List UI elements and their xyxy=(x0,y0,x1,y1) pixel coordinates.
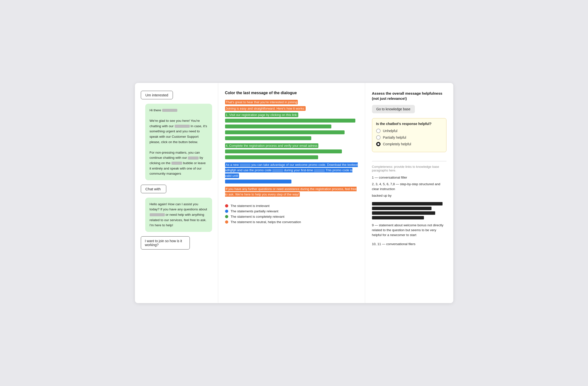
redacted-blue-2 xyxy=(272,169,283,172)
redacted-service xyxy=(150,213,165,216)
block-salmon-1[interactable]: If you have any further questions or nee… xyxy=(225,186,358,197)
helpfulness-question: Is the chatbot's response helpful? xyxy=(376,122,442,126)
redacted-blue-1 xyxy=(240,164,251,167)
block-green-bar-1[interactable] xyxy=(225,119,358,124)
radio-partial[interactable]: Partially helpful xyxy=(376,135,442,140)
user-message-text: I want to join so how is it working? xyxy=(145,239,182,247)
kb-note-1: 1 — conversational filler xyxy=(372,175,446,180)
legend-item-red: The statement is irrelevant xyxy=(225,204,358,208)
bar-3 xyxy=(372,211,435,215)
bar-1 xyxy=(372,202,443,206)
radio-circle-partial[interactable] xyxy=(376,135,380,140)
block-blue-1[interactable]: As a new you can take advantage of our w… xyxy=(225,162,358,178)
kb-note-2: 2, 3, 4, 5, 6, 7,8 — step-by-step struct… xyxy=(372,182,446,192)
blue-bar[interactable] xyxy=(225,179,292,183)
divider-1 xyxy=(372,161,446,161)
radio-completely[interactable]: Completely helpful xyxy=(376,142,442,146)
second-bubble-line1: Hello again! How can I assist you today?… xyxy=(150,202,207,227)
block-green-step4[interactable]: 4. Complete the registration process and… xyxy=(225,143,358,149)
block-green-bar-3[interactable] xyxy=(225,130,358,135)
legend-item-green: The statement is completely relevant xyxy=(225,215,358,218)
highlight-text-2[interactable]: Joining is easy and straightforward. Her… xyxy=(225,106,306,111)
user-message-box: I want to join so how is it working? xyxy=(141,236,190,250)
bubble-line2: We're glad to see you here! You're chatt… xyxy=(150,119,207,144)
kb-note-5: 10, 11 — conversational filers xyxy=(372,242,446,247)
dot-green xyxy=(225,215,228,218)
bar-2 xyxy=(372,207,432,210)
green-bar-5[interactable] xyxy=(225,150,342,153)
completeness-label: Completeness: provide links to knowledge… xyxy=(372,165,446,172)
highlight-text-6[interactable]: If you have any further questions or nee… xyxy=(225,187,357,197)
block-green-bar-6[interactable] xyxy=(225,155,358,160)
dot-red xyxy=(225,204,228,207)
legend: The statement is irrelevant The statemen… xyxy=(225,204,358,224)
green-bar-2[interactable] xyxy=(225,124,331,128)
redacted-name xyxy=(162,109,177,112)
right-panel: Assess the overall message helpfulness (… xyxy=(365,83,453,303)
redacted-bubble xyxy=(171,162,182,165)
radio-label-unhelpful: Unhelpful xyxy=(383,129,398,133)
highlight-text-4[interactable]: 4. Complete the registration process and… xyxy=(225,143,318,148)
highlight-text-3[interactable]: 1. Visit our registration page by clicki… xyxy=(225,113,298,117)
main-card: Um interested Hi there We're glad to see… xyxy=(135,83,453,303)
radio-label-partial: Partially helpful xyxy=(383,135,406,139)
bubble-line4: For non-pressing matters, you can contin… xyxy=(150,151,206,175)
radio-circle-unhelpful[interactable] xyxy=(376,129,380,133)
bar-4 xyxy=(372,216,424,219)
bar-chart xyxy=(372,202,446,219)
redacted-bot xyxy=(175,125,190,128)
first-chat-bubble: Hi there We're glad to see you here! You… xyxy=(145,104,212,180)
block-orange-2[interactable]: Joining is easy and straightforward. Her… xyxy=(225,106,358,111)
legend-label-orange: The statement is neutral, helps the conv… xyxy=(231,220,301,224)
radio-label-completely: Completely helpful xyxy=(383,142,411,146)
kb-note-4: 9 — statement about welcome bonus not di… xyxy=(372,223,446,238)
legend-label-green: The statement is completely relevant xyxy=(231,215,285,218)
second-chat-bubble: Hello again! How can I assist you today?… xyxy=(145,198,212,232)
right-title: Assess the overall message helpfulness (… xyxy=(372,91,446,101)
block-green-bar-4[interactable] xyxy=(225,136,358,141)
green-bar-3[interactable] xyxy=(225,130,345,134)
radio-circle-completely[interactable] xyxy=(376,142,380,146)
block-orange-1[interactable]: That's great to hear that you're interes… xyxy=(225,99,358,105)
legend-label-blue: The statements partially relevant xyxy=(231,209,278,213)
green-bar-1[interactable] xyxy=(225,119,355,123)
highlight-text-1[interactable]: That's great to hear that you're interes… xyxy=(225,100,298,104)
green-bar-4[interactable] xyxy=(225,136,312,140)
user-label: Um interested xyxy=(141,91,173,99)
chat-with-label: Chat with xyxy=(141,185,167,193)
redacted-blue-3 xyxy=(314,169,325,172)
dot-orange xyxy=(225,220,228,224)
redacted-bot2 xyxy=(188,156,199,159)
bubble-hi: Hi there xyxy=(150,108,177,112)
block-green-bar-5[interactable] xyxy=(225,150,358,154)
block-green-1[interactable]: 1. Visit our registration page by clicki… xyxy=(225,112,358,118)
dot-blue xyxy=(225,210,228,213)
go-to-kb-button[interactable]: Go to knowledge base xyxy=(372,105,415,113)
highlight-text-5[interactable]: As a new you can take advantage of our w… xyxy=(225,162,358,178)
legend-item-orange: The statement is neutral, helps the conv… xyxy=(225,220,358,224)
green-bar-6[interactable] xyxy=(225,155,318,159)
dialogue-blocks: That's great to hear that you're interes… xyxy=(225,99,358,198)
helpfulness-box: Is the chatbot's response helpful? Unhel… xyxy=(372,118,446,152)
block-blue-bar[interactable] xyxy=(225,179,358,184)
legend-item-blue: The statements partially relevant xyxy=(225,209,358,213)
kb-note-3: backed up by xyxy=(372,193,446,198)
middle-title: Color the last message of the dialogue xyxy=(225,91,358,95)
block-green-bar-2[interactable] xyxy=(225,124,358,129)
middle-panel: Color the last message of the dialogue T… xyxy=(218,83,365,303)
chat-with-text: Chat with xyxy=(146,187,161,191)
legend-label-red: The statement is irrelevant xyxy=(231,204,270,208)
radio-unhelpful[interactable]: Unhelpful xyxy=(376,129,442,133)
left-panel: Um interested Hi there We're glad to see… xyxy=(135,83,218,303)
